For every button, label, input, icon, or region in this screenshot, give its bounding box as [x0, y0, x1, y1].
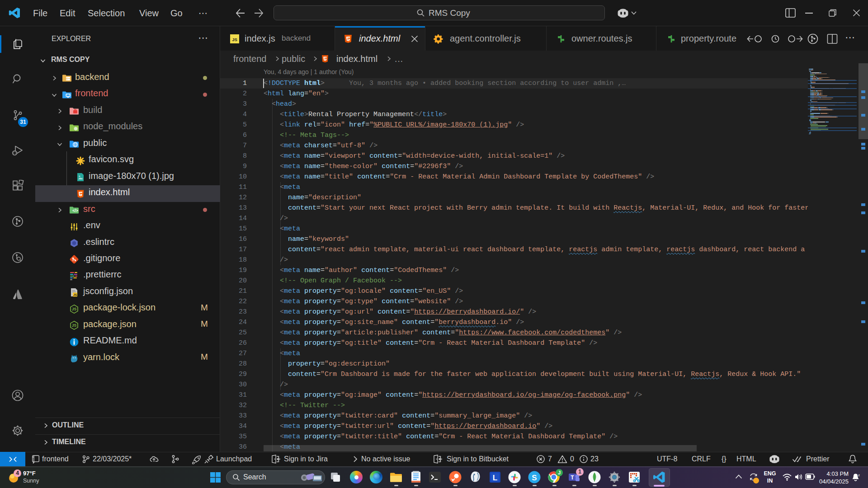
- svg-text:JS: JS: [72, 323, 77, 328]
- svg-text:JS: JS: [72, 307, 77, 311]
- svg-text:JS: JS: [73, 293, 77, 296]
- svg-text:JS: JS: [232, 37, 237, 42]
- svg-text:</>: </>: [72, 208, 78, 213]
- svg-text:S: S: [532, 474, 537, 482]
- svg-text:T: T: [571, 474, 574, 481]
- svg-text:z: z: [858, 473, 860, 477]
- svg-text:L: L: [493, 474, 497, 482]
